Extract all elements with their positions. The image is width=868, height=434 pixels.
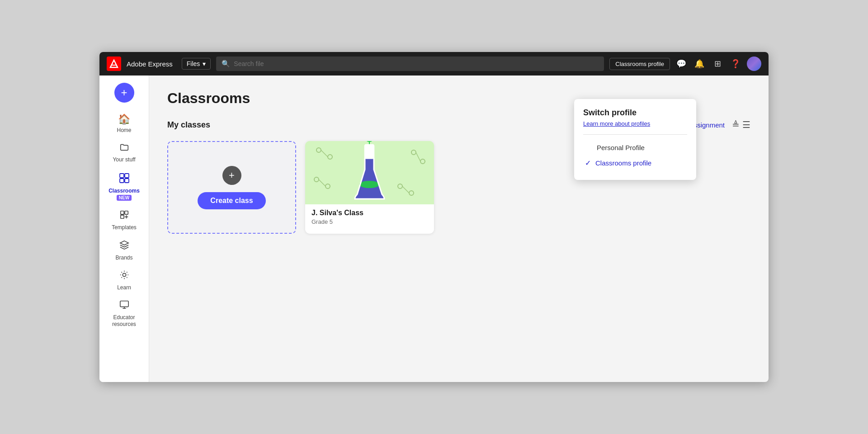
new-badge: NEW [117, 195, 132, 201]
section-title: My classes [167, 120, 210, 130]
classrooms-profile-option[interactable]: ✓ Classrooms profile [583, 155, 687, 171]
help-icon[interactable]: ❓ [729, 57, 742, 71]
check-icon: ✓ [585, 159, 591, 167]
sidebar: + 🏠 Home Your stuff [99, 75, 149, 382]
bell-icon[interactable]: 🔔 [693, 57, 706, 71]
templates-icon [119, 210, 129, 222]
switch-profile-title: Switch profile [583, 108, 687, 118]
search-bar: 🔍 [216, 57, 604, 71]
sidebar-item-templates[interactable]: Templates [104, 206, 145, 234]
sidebar-item-educator-resources[interactable]: Educator resources [104, 296, 145, 331]
class-card-image [305, 141, 434, 204]
brands-icon [119, 240, 129, 253]
svg-rect-3 [125, 174, 129, 178]
sidebar-item-learn[interactable]: Learn [104, 266, 145, 294]
add-button[interactable]: + [114, 83, 134, 103]
search-icon: 🔍 [222, 60, 230, 68]
classrooms-profile-button[interactable]: Classrooms profile [609, 58, 670, 70]
sidebar-item-label: Your stuff [113, 156, 135, 163]
svg-marker-0 [110, 60, 118, 67]
svg-rect-10 [120, 301, 128, 307]
svg-rect-4 [120, 179, 124, 183]
sidebar-item-label: Home [117, 127, 131, 133]
svg-rect-7 [124, 211, 127, 214]
svg-rect-2 [120, 174, 124, 178]
chat-icon[interactable]: 💬 [675, 57, 688, 71]
apps-icon[interactable]: ⊞ [711, 57, 724, 71]
home-icon: 🏠 [118, 113, 130, 125]
create-plus-icon: + [222, 166, 241, 185]
sidebar-item-brands[interactable]: Brands [104, 236, 145, 264]
class-card-illustration [305, 141, 434, 204]
class-grade: Grade 5 [311, 218, 428, 225]
sidebar-item-label: Learn [117, 284, 131, 291]
files-dropdown[interactable]: Files ▾ [182, 58, 211, 70]
classrooms-icon [119, 172, 130, 186]
educator-resources-icon [119, 300, 129, 312]
class-card-info: J. Silva's Class Grade 5 [305, 204, 434, 230]
main-layout: + 🏠 Home Your stuff [99, 75, 769, 382]
classrooms-profile-label: Classrooms profile [595, 159, 651, 167]
sidebar-item-label: Classrooms [108, 188, 140, 194]
sidebar-item-classrooms[interactable]: Classrooms NEW [104, 169, 145, 204]
sidebar-item-label: Educator resources [107, 314, 142, 327]
sort-icon[interactable]: ≜ [732, 119, 740, 130]
sidebar-item-your-stuff[interactable]: Your stuff [104, 139, 145, 166]
list-view-icon[interactable]: ☰ [742, 119, 750, 130]
svg-point-25 [359, 181, 379, 188]
class-card[interactable]: J. Silva's Class Grade 5 [305, 141, 434, 234]
avatar[interactable] [747, 57, 761, 71]
svg-rect-24 [365, 145, 374, 158]
chevron-down-icon: ▾ [203, 60, 206, 67]
svg-point-9 [123, 273, 126, 276]
svg-rect-6 [120, 211, 123, 214]
folder-icon [119, 142, 129, 155]
switch-profile-popup: Switch profile Learn more about profiles… [574, 99, 696, 180]
personal-profile-label: Personal Profile [597, 144, 645, 151]
main-content: Classrooms My classes Create assignment … [149, 75, 769, 382]
search-input[interactable] [234, 60, 599, 67]
learn-more-link[interactable]: Learn more about profiles [583, 120, 687, 127]
profile-divider [583, 134, 687, 135]
topbar: Adobe Express Files ▾ 🔍 Classrooms profi… [99, 52, 769, 75]
class-name: J. Silva's Class [311, 209, 428, 217]
sidebar-item-label: Brands [115, 255, 132, 261]
learn-icon [119, 270, 129, 283]
topbar-right: Classrooms profile 💬 🔔 ⊞ ❓ [609, 57, 761, 71]
personal-profile-option[interactable]: Personal Profile [583, 140, 687, 155]
plus-icon: + [121, 87, 127, 98]
app-name: Adobe Express [127, 60, 173, 68]
create-class-button[interactable]: Create class [198, 192, 265, 209]
svg-rect-5 [125, 179, 129, 183]
svg-rect-8 [120, 215, 123, 218]
create-class-card[interactable]: + Create class [167, 141, 296, 234]
sidebar-item-label: Templates [112, 224, 137, 231]
adobe-logo [107, 57, 121, 71]
sidebar-item-home[interactable]: 🏠 Home [104, 110, 145, 137]
view-icons: ≜ ☰ [732, 119, 750, 130]
